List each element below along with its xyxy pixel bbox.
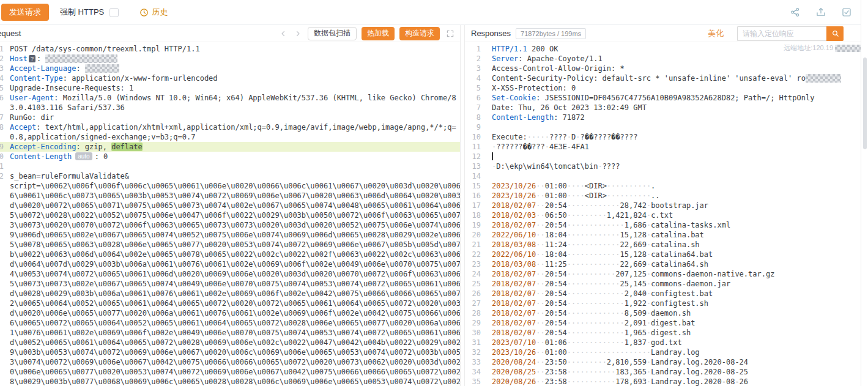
line-content: 2018/02/07··20:54·············2,091·dige… <box>488 318 868 328</box>
code-line[interactable]: 11 <box>0 161 461 171</box>
code-token: 20:54 <box>545 270 567 278</box>
code-line[interactable]: 5Upgrade-Insecure-Requests: 1 <box>0 83 461 93</box>
code-line[interactable]: 2Host?: <box>0 54 461 64</box>
code-line[interactable]: 11·??????��???·4E3E-4FA1 <box>465 142 868 152</box>
code-line[interactable]: 162023/10/26··01:00····<DIR>··········.. <box>465 191 868 201</box>
code-token: 2018/02/03 <box>492 211 536 220</box>
line-content: Date: Thu, 26 Oct 2023 13:02:49 GMT <box>488 103 868 113</box>
code-line[interactable]: 5X-XSS-Protection: 0 <box>465 83 868 93</box>
code-line[interactable]: 262018/02/07··20:54·············2,040·co… <box>465 289 868 299</box>
code-line[interactable]: 8Accept: text/html,application/xhtml+xml… <box>0 122 461 142</box>
code-token: 1,837 <box>625 338 647 347</box>
request-editor[interactable]: 1POST /data/sys-common/treexml.tmpl HTTP… <box>0 42 461 386</box>
code-line[interactable]: 7Date: Thu, 26 Oct 2023 13:02:49 GMT <box>465 103 868 113</box>
code-line[interactable]: 282018/02/07··20:54·············8,509·da… <box>465 308 868 318</box>
code-token: 15,128 <box>620 250 647 259</box>
code-token: <DIR> <box>585 191 607 200</box>
response-editor[interactable]: 1HTTP/1.1 200 OK2Server: Apache-Coyote/1… <box>465 42 868 386</box>
code-token: catalina.sh <box>651 240 699 249</box>
code-token: 2023/10/26 <box>492 191 536 200</box>
code-line[interactable]: 10Content-Lengthauto: 0 <box>0 152 461 161</box>
line-number: 19 <box>465 220 488 230</box>
code-line[interactable]: 342020/08/25··23:58···········183,365·La… <box>465 367 868 377</box>
line-number: 9 <box>0 142 9 152</box>
code-line[interactable]: 322023/10/26··01:00···················La… <box>465 347 868 357</box>
code-line[interactable]: 302018/02/07··20:54·············1,965·di… <box>465 328 868 338</box>
code-token: bootstrap.jar <box>651 201 708 210</box>
code-line[interactable]: 332020/08/24··23:50·········2,810,559·La… <box>465 357 868 367</box>
code-line[interactable]: 12 <box>465 152 868 161</box>
fullscreen-icon[interactable] <box>445 28 456 39</box>
code-token: ············ <box>567 240 620 249</box>
auto-badge: auto <box>75 152 92 160</box>
beautify-button[interactable]: 美化 <box>708 28 724 39</box>
code-line[interactable]: 2Server: Apache-Coyote/1.1 <box>465 54 868 64</box>
code-token: 18:04 <box>545 250 567 259</box>
code-line[interactable]: 13·D:\ekp\win64\tomcat\bin·???? <box>465 161 868 171</box>
code-token: 20:54 <box>545 299 567 308</box>
code-token: <DIR> <box>585 182 607 190</box>
response-scrollbar[interactable] <box>863 58 867 149</box>
line-number: 14 <box>465 171 488 181</box>
code-token: Landray.log.2020-08-25 <box>651 368 748 376</box>
code-line[interactable]: 202022/06/10··18:04············15,128·ca… <box>465 230 868 240</box>
code-token: ············· <box>567 299 625 308</box>
code-token: Content-Security-Policy: default-src * '… <box>492 74 806 83</box>
code-line[interactable]: 9 <box>465 122 868 132</box>
code-line[interactable]: 152023/10/26··01:00····<DIR>··········. <box>465 181 868 191</box>
force-https-checkbox[interactable] <box>109 8 119 17</box>
export-icon[interactable] <box>815 7 826 18</box>
code-token: 2,810,559 <box>607 358 647 366</box>
code-token: configtest.sh <box>651 299 708 308</box>
code-line[interactable]: 8Content-Length: 71872 <box>465 113 868 122</box>
code-line[interactable]: 222022/06/10··18:04············15,128·ca… <box>465 250 868 259</box>
code-token: configtest.bat <box>651 289 713 298</box>
response-search-button[interactable] <box>826 26 844 41</box>
next-packet-button[interactable] <box>293 29 303 39</box>
prev-packet-button[interactable] <box>278 29 288 39</box>
code-line[interactable]: 6User-Agent: Mozilla/5.0 (Windows NT 10.… <box>0 93 461 113</box>
code-token: : <box>76 64 84 73</box>
code-line[interactable]: 7RunGo: dir <box>0 113 461 122</box>
responses-tab[interactable]: Responses <box>471 29 511 38</box>
code-token: · <box>576 133 580 141</box>
code-line[interactable]: 14 <box>465 171 868 181</box>
packet-scan-button[interactable]: 数据包扫描 <box>308 27 357 40</box>
history-button[interactable]: 历史 <box>139 7 168 18</box>
send-request-button[interactable]: 发送请求 <box>1 4 49 21</box>
code-line[interactable]: 4Content-Type: application/x-www-form-ur… <box>0 73 461 83</box>
code-line[interactable]: 182018/02/03··06:50·········1,421,824·c.… <box>465 210 868 220</box>
code-line[interactable]: 9Accept-Encoding: gzip, deflate <box>0 142 461 152</box>
code-line[interactable]: 10Execute:·····????·D·?��????��???? <box>465 132 868 142</box>
code-line[interactable]: 6Set-Cookie: JSESSIONID=DF04567C47756A10… <box>465 93 868 103</box>
code-line[interactable]: 172018/02/07··20:54············28,742·bo… <box>465 201 868 210</box>
code-line[interactable]: 252018/02/07··20:54············25,145·co… <box>465 279 868 289</box>
code-line[interactable]: 232018/03/08··11:25············22,669·ca… <box>465 259 868 269</box>
code-line[interactable]: 3Access-Control-Allow-Origin: * <box>465 64 868 73</box>
code-line[interactable]: 3Accept-Language: <box>0 64 461 73</box>
code-token: 18:04 <box>545 231 567 239</box>
code-line[interactable]: 312023/07/10··01:06·············1,837·go… <box>465 338 868 347</box>
response-search-input[interactable] <box>737 26 826 41</box>
code-line[interactable]: 292018/02/07··20:54·············2,091·di… <box>465 318 868 328</box>
code-line[interactable]: 1POST /data/sys-common/treexml.tmpl HTTP… <box>0 44 461 54</box>
code-line[interactable]: 192018/02/07··20:54·············1,686·ca… <box>465 220 868 230</box>
line-number: 29 <box>465 318 488 328</box>
main-split: Request 数据包扫描 热加载 构造请求 1POST /data/sys-c… <box>0 25 868 386</box>
code-line[interactable]: 352020/08/26··23:58···········178,693·La… <box>465 377 868 386</box>
hot-reload-button[interactable]: 热加载 <box>362 27 395 40</box>
line-content: Accept-Encoding: gzip, deflate <box>9 142 461 152</box>
code-line[interactable]: 272018/02/07··20:54·············1,922·co… <box>465 299 868 308</box>
code-line[interactable]: 12s_bean=ruleFormulaValidate&script=\u00… <box>0 171 461 386</box>
code-line[interactable]: 4Content-Security-Policy: default-src * … <box>465 73 868 83</box>
share-icon[interactable] <box>790 7 801 18</box>
code-token: · <box>545 143 549 151</box>
top-toolbar: 发送请求 强制 HTTPS 历史 <box>0 0 868 25</box>
force-https-option: 强制 HTTPS <box>60 7 119 18</box>
code-line[interactable]: 242018/02/07··20:54···········207,125·co… <box>465 269 868 279</box>
code-token: s_bean=ruleFormulaValidate& <box>10 172 129 180</box>
build-request-button[interactable]: 构造请求 <box>399 27 440 40</box>
report-check-icon[interactable] <box>841 7 852 18</box>
code-line[interactable]: 212018/03/08··11:24············22,669·ca… <box>465 240 868 250</box>
code-token: deflate <box>111 143 143 151</box>
